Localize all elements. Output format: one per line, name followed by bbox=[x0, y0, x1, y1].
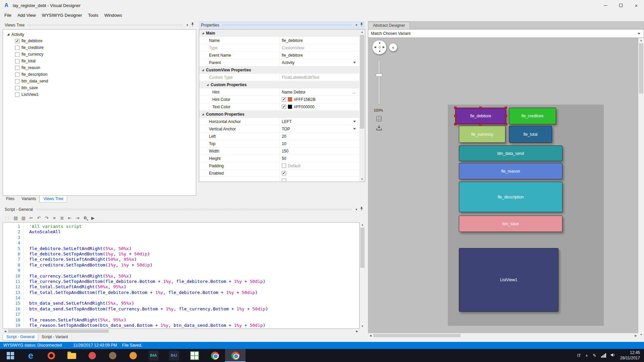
scroll-right-arrow[interactable]: ▶ bbox=[355, 329, 360, 334]
scrollbar-thumb[interactable] bbox=[8, 329, 109, 333]
chrome-icon-active[interactable] bbox=[225, 349, 246, 362]
title-bar[interactable]: A lay_register_debt - Visual Designer × bbox=[0, 0, 644, 11]
designer-view-listview1[interactable]: ListView1 bbox=[459, 248, 558, 312]
property-value[interactable] bbox=[280, 170, 359, 177]
canvas-vertical-scrollbar[interactable]: ▲ ▼ bbox=[638, 38, 644, 337]
value-checkbox[interactable] bbox=[282, 164, 286, 168]
pin-icon[interactable] bbox=[360, 22, 363, 28]
property-row-parent[interactable]: ParentActivity bbox=[199, 59, 359, 66]
maximize-button[interactable] bbox=[613, 0, 629, 11]
menu-wysiwyg-designer[interactable]: WYSIWYG Designer bbox=[39, 11, 85, 20]
property-row-custom-properties[interactable]: Custom Properties bbox=[199, 81, 359, 88]
chrome-icon[interactable] bbox=[205, 349, 225, 362]
network-icon[interactable] bbox=[601, 353, 606, 358]
tree-item-fle-description[interactable]: fle_description bbox=[3, 71, 196, 78]
tree-item-fle-currency[interactable]: fle_currency bbox=[3, 51, 196, 58]
checkbox[interactable] bbox=[15, 72, 19, 77]
dropdown-arrow-icon[interactable] bbox=[353, 128, 356, 130]
tree-item-fle-debitore[interactable]: fle_debitore bbox=[3, 38, 196, 44]
property-row-top[interactable]: Top10 bbox=[199, 140, 359, 147]
property-value[interactable]: CustomView bbox=[280, 44, 359, 51]
property-value[interactable]: Default bbox=[280, 162, 359, 169]
left-panel-tab-variants[interactable]: Variants bbox=[18, 196, 40, 202]
export-layout-button[interactable] bbox=[375, 124, 382, 131]
checkbox[interactable] bbox=[15, 59, 19, 63]
taskbar-app-icon-5[interactable] bbox=[82, 349, 102, 362]
language-indicator[interactable]: IT bbox=[577, 353, 581, 358]
zoom-slider-thumb[interactable] bbox=[376, 73, 382, 77]
taskbar-app-icon-3[interactable] bbox=[41, 349, 61, 362]
hidden-icons-caret[interactable]: ∧ bbox=[586, 354, 588, 357]
designer-view-fle-debitore[interactable]: fle_debitore bbox=[455, 108, 506, 124]
color-swatch[interactable] bbox=[288, 105, 292, 109]
selection-handle[interactable] bbox=[454, 123, 457, 125]
checkbox[interactable] bbox=[15, 86, 19, 90]
edge-icon[interactable]: e bbox=[20, 349, 41, 362]
script-tab-script-variant[interactable]: Script - Variant bbox=[38, 334, 71, 341]
dropdown-arrow-icon[interactable] bbox=[353, 62, 356, 63]
ellipsis-button[interactable]: ... bbox=[352, 90, 357, 94]
property-value[interactable]: 20 bbox=[280, 133, 359, 140]
indent-icon[interactable]: ⇥ bbox=[74, 214, 81, 222]
property-row-enabled[interactable]: Enabled bbox=[199, 170, 359, 177]
pan-control[interactable]: ▲ ▼ ◀ ▶ bbox=[372, 40, 387, 55]
value-checkbox[interactable] bbox=[282, 171, 286, 175]
property-row-customview-properties[interactable]: CustomView Properties bbox=[199, 66, 359, 74]
left-panel-tab-files[interactable]: Files bbox=[3, 196, 18, 202]
property-value[interactable]: 50 bbox=[280, 155, 359, 162]
grid-toggle-button[interactable] bbox=[375, 115, 382, 122]
minimize-button[interactable] bbox=[598, 0, 613, 11]
property-row-vertical-anchor[interactable]: Vertical AnchorTOP bbox=[199, 125, 359, 133]
script-panel-header[interactable]: Script - General ▾ bbox=[3, 205, 365, 214]
volume-icon[interactable] bbox=[611, 353, 615, 358]
scroll-up-arrow[interactable]: ▲ bbox=[359, 29, 365, 35]
collapse-icon[interactable] bbox=[202, 113, 204, 115]
property-row-event-name[interactable]: Event Namefle_debitore bbox=[199, 52, 359, 59]
redo-icon[interactable]: ↷ bbox=[43, 214, 50, 222]
property-value[interactable]: FloatLabeledEditText bbox=[280, 74, 359, 81]
clock[interactable]: 12:45 28/11/2017 bbox=[620, 350, 640, 361]
script-tab-script-general[interactable]: Script - General bbox=[3, 334, 38, 341]
b4a-icon[interactable]: B4A bbox=[143, 349, 164, 362]
pan-left-icon[interactable]: ◀ bbox=[374, 46, 376, 49]
copy-icon[interactable]: ▥ bbox=[20, 214, 27, 222]
chevron-down-icon[interactable]: ▾ bbox=[356, 208, 357, 211]
color-swatch[interactable] bbox=[288, 97, 292, 102]
designer-grid-icon[interactable] bbox=[184, 349, 205, 362]
tree-root-activity[interactable]: Activity bbox=[3, 31, 196, 38]
scroll-left-arrow[interactable]: ◀ bbox=[368, 333, 373, 338]
collapse-icon[interactable] bbox=[202, 32, 204, 34]
comment-icon[interactable]: ≡ bbox=[51, 214, 58, 222]
paste-icon[interactable]: ▤ bbox=[12, 214, 19, 222]
designer-canvas[interactable]: ▲ ▼ ◀ ▶ « 100% fle_debitorefle_creditore… bbox=[368, 38, 638, 333]
designer-view-fle-total[interactable]: fle_total bbox=[509, 126, 552, 143]
checkbox[interactable] bbox=[15, 66, 19, 70]
property-value[interactable]: fle_debitore bbox=[280, 37, 359, 44]
pan-up-icon[interactable]: ▲ bbox=[378, 42, 381, 44]
property-value[interactable]: #FF000000 bbox=[280, 103, 359, 110]
views-tree-panel-header[interactable]: Views Tree ▾ bbox=[3, 21, 196, 29]
scroll-right-arrow[interactable]: ▶ bbox=[633, 333, 638, 338]
file-explorer-icon[interactable] bbox=[61, 349, 82, 362]
run-icon[interactable]: ▶ bbox=[89, 214, 97, 222]
property-value[interactable]: #FFF15B2B bbox=[280, 96, 359, 103]
designer-view-btn-data-send[interactable]: btn_data_send bbox=[459, 145, 562, 161]
checkbox[interactable] bbox=[15, 39, 19, 43]
undo-icon[interactable]: ↶ bbox=[35, 214, 43, 222]
taskbar-app-icon-7[interactable] bbox=[123, 349, 143, 362]
property-row-height[interactable]: Height50 bbox=[199, 155, 359, 162]
variant-selector[interactable]: Match Chosen Variant bbox=[368, 29, 644, 38]
property-value[interactable]: LEFT bbox=[280, 118, 359, 125]
tree-item-listview1[interactable]: ListView1 bbox=[3, 91, 196, 98]
selection-handle[interactable] bbox=[505, 115, 507, 117]
zoom-slider[interactable] bbox=[378, 60, 380, 105]
code-editor[interactable]: 1234567891011121314151617181920 'All var… bbox=[3, 222, 360, 329]
property-row-custom-type[interactable]: Custom TypeFloatLabeledEditText bbox=[199, 74, 359, 81]
chevron-down-icon[interactable]: ▾ bbox=[356, 23, 357, 27]
tree-item-btn-save[interactable]: btn_save bbox=[3, 84, 196, 91]
property-value[interactable]: Name Debtor... bbox=[280, 88, 359, 96]
editor-horizontal-scrollbar[interactable]: ◀ ▶ bbox=[3, 329, 360, 334]
selection-handle[interactable] bbox=[454, 107, 457, 109]
property-row-hint[interactable]: HintName Debtor... bbox=[199, 88, 359, 96]
checkbox[interactable] bbox=[15, 46, 19, 50]
